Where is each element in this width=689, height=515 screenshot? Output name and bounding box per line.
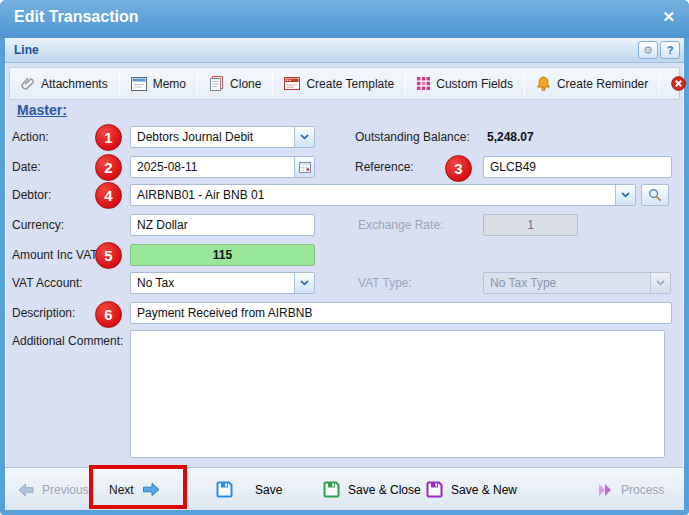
exchange-rate-label: Exchange Rate: xyxy=(358,214,443,236)
save-and-close-button[interactable]: Save & Close xyxy=(323,468,421,511)
debtor-value: AIRBNB01 - Air BNB 01 xyxy=(137,188,264,202)
chevron-down-icon[interactable] xyxy=(615,185,635,205)
description-label: Description: xyxy=(12,302,75,324)
debtor-label: Debtor: xyxy=(12,184,51,206)
custom-fields-icon xyxy=(417,77,430,90)
annotation-step-6: 6 xyxy=(95,301,122,328)
amount-inc-vat-input[interactable]: 115 xyxy=(130,244,315,266)
description-input[interactable]: Payment Received from AIRBNB xyxy=(130,302,672,324)
clone-button[interactable]: Clone xyxy=(198,68,272,99)
save-and-new-button[interactable]: Save & New xyxy=(426,468,517,511)
date-value: 2025-08-11 xyxy=(137,160,198,174)
currency-label: Currency: xyxy=(12,214,64,236)
description-value: Payment Received from AIRBNB xyxy=(137,306,312,320)
double-arrow-right-icon xyxy=(598,483,613,497)
currency-value: NZ Dollar xyxy=(137,218,188,232)
vat-type-value: No Tax Type xyxy=(490,276,556,290)
annotation-step-4: 4 xyxy=(95,182,122,209)
annotation-step-2: 2 xyxy=(95,154,122,181)
save-and-close-label: Save & Close xyxy=(348,483,421,497)
vat-account-select[interactable]: No Tax xyxy=(130,272,315,294)
create-template-button[interactable]: Create Template xyxy=(273,68,405,99)
chevron-down-icon[interactable] xyxy=(294,127,314,147)
additional-comment-label: Additional Comment: xyxy=(12,330,123,352)
custom-fields-button[interactable]: Custom Fields xyxy=(406,68,524,99)
close-icon[interactable]: ✕ xyxy=(662,8,675,26)
outstanding-balance-label: Outstanding Balance: xyxy=(355,126,470,148)
action-label: Action: xyxy=(12,126,49,148)
arrow-right-icon xyxy=(142,482,160,497)
currency-input[interactable]: NZ Dollar xyxy=(130,214,315,236)
footer-bar: Previous Next Save Save & Close Save & N… xyxy=(5,467,684,510)
vat-type-label: VAT Type: xyxy=(358,272,412,294)
toolbar-label: Create Reminder xyxy=(557,77,648,91)
toolbar: Attachments Memo Clone Cre xyxy=(9,67,680,100)
action-value: Debtors Journal Debit xyxy=(137,130,253,144)
attachments-button[interactable]: Attachments xyxy=(10,68,119,99)
annotation-step-3: 3 xyxy=(445,155,472,182)
save-and-new-label: Save & New xyxy=(451,483,517,497)
vat-account-value: No Tax xyxy=(137,276,174,290)
next-label: Next xyxy=(109,483,134,497)
bell-icon xyxy=(536,76,551,92)
dialog-titlebar: Edit Transaction ✕ xyxy=(0,0,689,38)
close-button[interactable]: Close xyxy=(660,68,689,99)
reference-input[interactable]: GLCB49 xyxy=(483,156,672,178)
amount-inc-vat-value: 115 xyxy=(213,248,232,262)
toolbar-label: Clone xyxy=(230,77,261,91)
create-reminder-button[interactable]: Create Reminder xyxy=(525,68,659,99)
save-close-floppy-icon xyxy=(323,481,340,498)
save-new-floppy-icon xyxy=(426,481,443,498)
dialog-title: Edit Transaction xyxy=(14,8,138,26)
debtor-select[interactable]: AIRBNB01 - Air BNB 01 xyxy=(130,184,636,206)
exchange-rate-input: 1 xyxy=(483,214,578,236)
annotation-step-1: 1 xyxy=(95,124,122,151)
date-input[interactable]: 2025-08-11 xyxy=(130,156,315,178)
paperclip-icon xyxy=(21,76,35,91)
toolbar-label: Custom Fields xyxy=(436,77,513,91)
vat-type-select: No Tax Type xyxy=(483,272,671,294)
close-red-circle-icon xyxy=(671,76,686,91)
chevron-down-icon[interactable] xyxy=(294,273,314,293)
master-heading[interactable]: Master: xyxy=(17,102,67,118)
edit-transaction-dialog: Edit Transaction ✕ Line ⚙ ? Attachments … xyxy=(0,0,689,515)
process-button[interactable]: Process xyxy=(598,468,664,511)
calendar-icon[interactable] xyxy=(294,157,314,177)
save-label: Save xyxy=(255,483,282,497)
search-icon xyxy=(648,188,662,202)
help-icon[interactable]: ? xyxy=(660,41,680,59)
memo-button[interactable]: Memo xyxy=(120,68,197,99)
next-button[interactable]: Next xyxy=(109,468,160,511)
debtor-search-button[interactable] xyxy=(641,184,669,206)
outstanding-balance-value: 5,248.07 xyxy=(487,126,534,148)
toolbar-label: Memo xyxy=(153,77,186,91)
save-floppy-icon xyxy=(216,481,233,498)
process-label: Process xyxy=(621,483,664,497)
reference-label: Reference: xyxy=(355,156,414,178)
template-icon xyxy=(284,77,300,90)
date-label: Date: xyxy=(12,156,41,178)
gear-icon[interactable]: ⚙ xyxy=(638,41,658,59)
toolbar-label: Create Template xyxy=(306,77,394,91)
toolbar-label: Attachments xyxy=(41,77,108,91)
reference-value: GLCB49 xyxy=(490,160,536,174)
action-select[interactable]: Debtors Journal Debit xyxy=(130,126,315,148)
chevron-down-icon xyxy=(650,273,670,293)
amount-inc-vat-label: Amount Inc VAT: xyxy=(12,244,100,266)
additional-comment-textarea[interactable] xyxy=(130,330,665,458)
clone-icon xyxy=(209,76,224,91)
memo-icon xyxy=(131,77,147,91)
annotation-step-5: 5 xyxy=(95,242,122,269)
section-title: Line xyxy=(14,43,39,57)
previous-button[interactable]: Previous xyxy=(18,468,89,511)
line-section-header: Line ⚙ ? xyxy=(5,38,684,63)
previous-label: Previous xyxy=(42,483,89,497)
exchange-rate-value: 1 xyxy=(527,218,534,232)
save-button[interactable]: Save xyxy=(216,468,282,511)
vat-account-label: VAT Account: xyxy=(12,272,83,294)
arrow-left-icon xyxy=(18,483,34,497)
